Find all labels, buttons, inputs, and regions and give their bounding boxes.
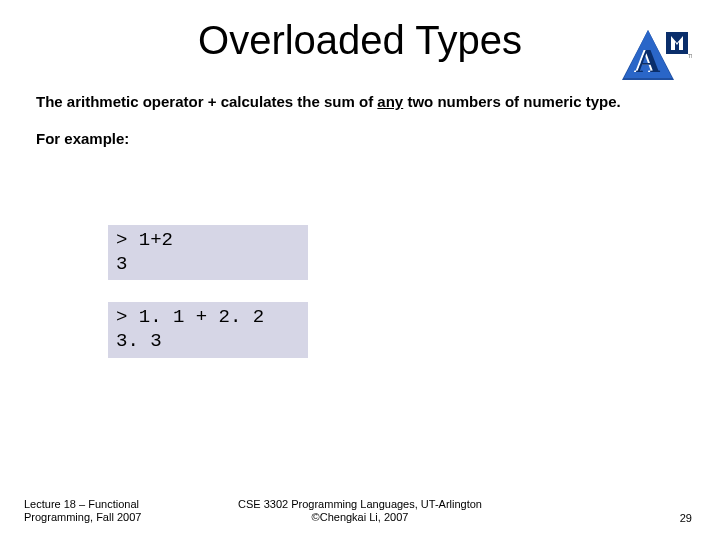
intro-pre: The arithmetic operator + calculates the…: [36, 93, 377, 110]
code-example-1: > 1+2 3: [108, 225, 308, 281]
example-label: For example:: [36, 130, 684, 147]
intro-underlined: any: [377, 93, 403, 110]
code2-line2: 3. 3: [116, 330, 162, 352]
code2-line1: > 1. 1 + 2. 2: [116, 306, 264, 328]
svg-text:TM: TM: [688, 53, 692, 59]
intro-post: two numbers of numeric type.: [403, 93, 621, 110]
intro-text: The arithmetic operator + calculates the…: [36, 93, 684, 112]
svg-text:A: A: [636, 42, 661, 79]
code-example-2: > 1. 1 + 2. 2 3. 3: [108, 302, 308, 358]
code1-line2: 3: [116, 253, 127, 275]
uta-logo: A A TM: [622, 28, 692, 88]
footer-center-line2: ©Chengkai Li, 2007: [0, 511, 720, 524]
slide-title: Overloaded Types: [0, 18, 720, 63]
slide-number: 29: [680, 512, 692, 524]
footer-center: CSE 3302 Programming Languages, UT-Arlin…: [0, 498, 720, 524]
footer-center-line1: CSE 3302 Programming Languages, UT-Arlin…: [0, 498, 720, 511]
code1-line1: > 1+2: [116, 229, 173, 251]
